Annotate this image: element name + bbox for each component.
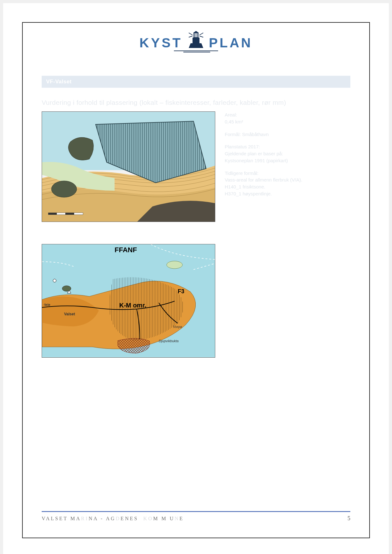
- prev-line-0: Vass-areal for allmenn flerbruk (V/A).: [225, 177, 302, 182]
- document-page: KYST PLAN: [3, 3, 389, 554]
- label-leie: ·leie: [44, 303, 50, 307]
- plan-value: Kystsoneplan 1991 (papirkart): [225, 158, 288, 163]
- svg-line-9: [199, 36, 203, 37]
- svg-marker-5: [193, 31, 199, 33]
- svg-line-6: [189, 33, 193, 35]
- svg-marker-10: [189, 43, 203, 48]
- label-ffanf: FFANF: [115, 246, 137, 254]
- map-existing-wrap: FFANF K-M omr. F3 Vorpa Valset Djupvikbu…: [42, 244, 350, 358]
- label-djupvik: Djupvikbukta: [159, 339, 179, 343]
- section-header-title: VF-Valset: [46, 79, 72, 85]
- footer-rule: [42, 511, 350, 512]
- svg-point-24: [53, 279, 56, 282]
- logo-word-left: KYST: [140, 35, 182, 51]
- svg-line-8: [199, 33, 203, 35]
- plan-status-label: Planstatus 2017:: [225, 144, 260, 149]
- section-header-bar: VF-Valset: [42, 76, 350, 88]
- svg-point-25: [62, 286, 71, 291]
- svg-rect-18: [48, 213, 57, 215]
- svg-rect-0: [193, 38, 199, 43]
- label-kmomr: K-M omr.: [119, 302, 146, 309]
- prev-line-2: H370_1 høyspentlinje.: [225, 191, 272, 196]
- area-label: Areal:: [225, 112, 237, 117]
- logo-region: KYST PLAN: [42, 35, 350, 51]
- plan-label: Gjeldende plan er baser på:: [225, 151, 283, 156]
- svg-rect-19: [65, 213, 74, 215]
- logo-underline: [174, 50, 218, 52]
- prev-label: Tidligere formål:: [225, 170, 258, 176]
- page-border: KYST PLAN: [22, 22, 370, 538]
- label-f3: F3: [178, 288, 184, 295]
- map-proposal-image: [42, 111, 215, 222]
- map-and-info-row: Areal: 0,45 km² Formål: Småbåthavn Plans…: [42, 111, 350, 222]
- svg-point-23: [167, 261, 182, 269]
- label-valset: Valset: [64, 312, 75, 316]
- footer-left-text: VALSET MARINA - AGDENES KOM M UNE: [42, 516, 184, 521]
- svg-point-13: [51, 181, 77, 197]
- area-value: 0,45 km²: [225, 119, 243, 124]
- label-vorpa: Vorpa: [173, 325, 182, 329]
- kystplan-logo: KYST PLAN: [140, 35, 252, 51]
- logo-word-right: PLAN: [209, 35, 252, 51]
- page-footer: VALSET MARINA - AGDENES KOM M UNE 5: [42, 511, 350, 522]
- section-subtitle: Vurdering i forhold til plassering (loka…: [42, 99, 350, 106]
- purpose-label: Formål:: [225, 132, 241, 137]
- prev-line-1: H140_1 frisiktsone.: [225, 184, 265, 189]
- purpose-value: Småbåthavn: [242, 132, 269, 137]
- map-existing-image: FFANF K-M omr. F3 Vorpa Valset Djupvikbu…: [42, 244, 215, 358]
- page-number: 5: [347, 515, 350, 522]
- svg-line-7: [189, 36, 193, 37]
- side-info-block: Areal: 0,45 km² Formål: Småbåthavn Plans…: [225, 111, 350, 203]
